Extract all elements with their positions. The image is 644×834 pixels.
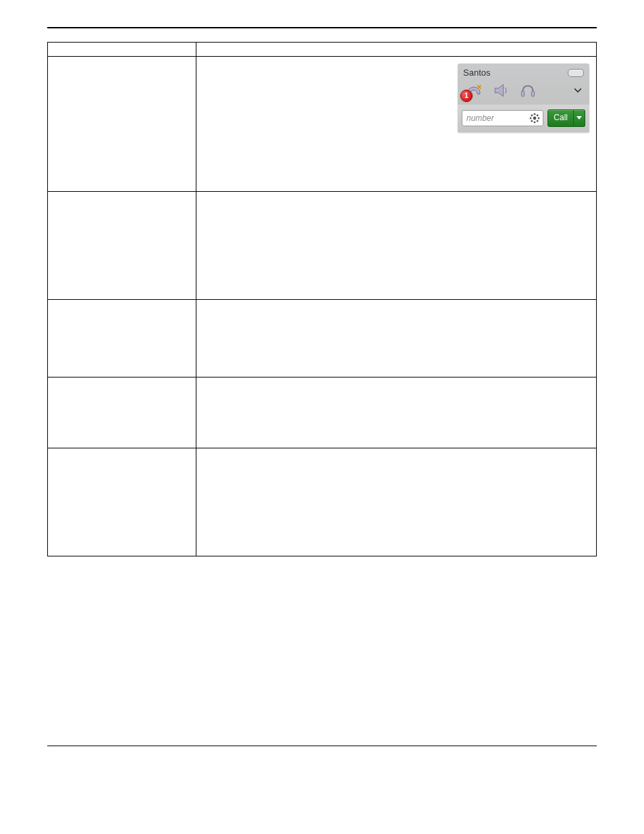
table-header-row [48, 43, 597, 57]
call-button[interactable]: Call [547, 109, 574, 127]
svg-line-12 [537, 115, 539, 116]
cell-r3-c1 [196, 377, 597, 448]
gear-icon[interactable] [529, 113, 540, 124]
headset-icon[interactable] [518, 82, 537, 99]
cell-r3-c0 [48, 377, 196, 448]
table-header-2 [196, 43, 597, 57]
cell-r2-c0 [48, 300, 196, 377]
table-header-1 [48, 43, 196, 57]
cell-r1-c0 [48, 192, 196, 300]
cell-r4-c0 [48, 448, 196, 556]
missed-call-icon[interactable]: 1 [464, 82, 483, 99]
svg-rect-2 [521, 91, 524, 97]
table-row [48, 448, 597, 556]
softphone-title: Santos [463, 68, 490, 78]
softphone-panel: Santos 1 [458, 63, 589, 132]
missed-call-badge: 1 [460, 90, 473, 102]
call-dropdown-button[interactable] [574, 109, 585, 127]
table-row [48, 300, 597, 377]
cell-r4-c1 [196, 448, 597, 556]
reference-table: Santos 1 [47, 42, 597, 556]
speaker-icon[interactable] [491, 82, 510, 99]
table-row [48, 377, 597, 448]
table-row [48, 192, 597, 300]
cell-r2-c1 [196, 300, 597, 377]
svg-rect-3 [531, 91, 534, 97]
footer-rule [47, 746, 597, 746]
minimize-icon[interactable] [568, 69, 584, 77]
cell-r1-c1 [196, 192, 597, 300]
svg-line-9 [531, 115, 533, 116]
cell-r0-c0 [48, 57, 196, 192]
svg-line-10 [537, 120, 539, 122]
table-row: Santos 1 [48, 57, 597, 192]
chevron-down-icon[interactable] [574, 86, 584, 95]
svg-point-4 [533, 117, 537, 120]
dial-input[interactable]: number [462, 110, 543, 126]
cell-r0-c1: Santos 1 [196, 57, 597, 192]
svg-line-11 [531, 120, 533, 122]
dial-input-placeholder: number [466, 113, 494, 123]
